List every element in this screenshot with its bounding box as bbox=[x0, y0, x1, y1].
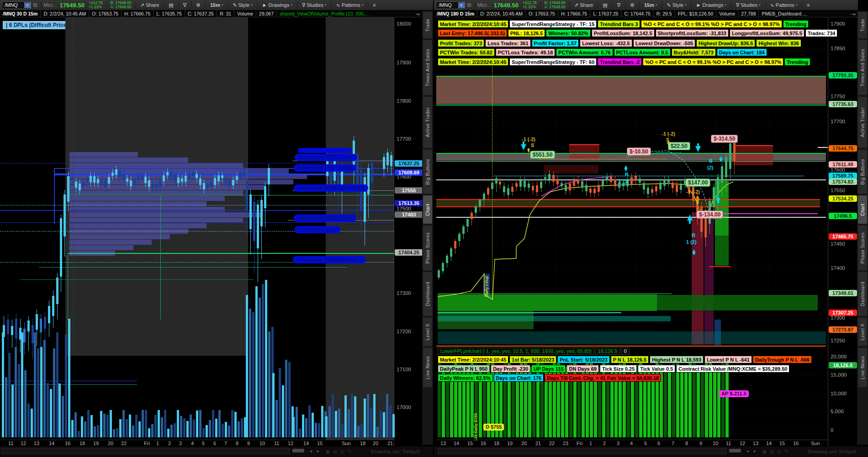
candle-body bbox=[159, 180, 161, 187]
drawing-set-label-right: Drawing set: Default bbox=[808, 449, 856, 454]
scrollbar-left[interactable] bbox=[1, 448, 290, 454]
vertical-line bbox=[73, 17, 74, 356]
scroll-left-arrow[interactable]: ◂ bbox=[310, 449, 312, 453]
sidebar-tab-phase-scores[interactable]: Phase Scores bbox=[858, 226, 867, 270]
scroll-right-arrow[interactable]: ▸ bbox=[317, 449, 319, 453]
candle-body bbox=[246, 181, 248, 211]
scroll-left-arrow-right[interactable]: ◂ bbox=[746, 449, 749, 453]
volume-profile-row bbox=[69, 245, 133, 250]
time-label: 19 bbox=[93, 441, 99, 446]
stat-chip: ProfitLossSum: 18,142.5 bbox=[592, 29, 655, 37]
volume-bar bbox=[5, 377, 7, 437]
sidebar-tab-level-ii[interactable]: Level II bbox=[858, 318, 867, 346]
volume-bar bbox=[186, 421, 189, 437]
pnl-bar bbox=[701, 366, 704, 437]
price-line bbox=[436, 161, 826, 162]
volume-bar bbox=[285, 360, 287, 437]
candle-body bbox=[610, 177, 612, 182]
sidebar-tab-live-news[interactable]: Live News bbox=[858, 348, 867, 387]
stat-chip: %O < PC and C < O = 99.1% %O > PC and C … bbox=[641, 20, 782, 28]
candle-body bbox=[556, 179, 559, 184]
candle-body bbox=[438, 270, 440, 278]
candle-body bbox=[680, 184, 682, 190]
sidebar-tab-dashboard[interactable]: Dashboard bbox=[423, 272, 432, 316]
vertical-marker-label: Daily LVup bbox=[484, 276, 489, 297]
sidebar-tab-active-trader[interactable]: Active Trader bbox=[858, 97, 867, 148]
candle-body bbox=[79, 184, 81, 190]
scroll-handle-left[interactable] bbox=[292, 449, 304, 452]
sidebar-tab-big-buttons[interactable]: Big Buttons bbox=[858, 150, 867, 194]
chart-zone bbox=[544, 165, 598, 173]
candle-body bbox=[260, 200, 263, 226]
volume-bar bbox=[110, 410, 112, 437]
candle-body bbox=[639, 179, 641, 183]
sidebar-tab-chart[interactable]: Chart bbox=[858, 195, 867, 224]
time-label: 21 bbox=[535, 441, 541, 446]
time-label: 22 bbox=[549, 441, 555, 446]
stat-chip: Days on Chart: 176 bbox=[494, 374, 544, 382]
price-bubble: 17644.75 bbox=[829, 145, 857, 152]
price-bubble: 17273.87 bbox=[829, 326, 857, 333]
volume-bar bbox=[312, 413, 314, 437]
price-line bbox=[438, 294, 672, 294]
down-arrow-icon bbox=[695, 146, 701, 152]
sidebar-tab-trade[interactable]: Trade bbox=[423, 12, 432, 38]
scrollbar-right[interactable] bbox=[438, 448, 726, 454]
volume-bar bbox=[315, 423, 317, 437]
candle-body bbox=[721, 166, 723, 183]
volume-bar bbox=[225, 422, 227, 437]
price-bubble: 17556 bbox=[395, 187, 423, 194]
price-bubble: 17611.49 bbox=[829, 161, 857, 168]
sidebar-tab-level-ii[interactable]: Level II bbox=[423, 318, 432, 346]
candle-body bbox=[577, 179, 579, 184]
up-arrow-icon bbox=[719, 156, 723, 160]
price-bubble: 17349.01 bbox=[829, 290, 857, 296]
time-label: 11 bbox=[8, 441, 13, 446]
sidebar-tab-active-trader[interactable]: Active Trader bbox=[423, 97, 432, 148]
price-bubble: 17793.35 bbox=[829, 72, 857, 79]
scroll-right-arrow-right[interactable]: ▸ bbox=[754, 449, 756, 453]
sidebar-tab-big-buttons[interactable]: Big Buttons bbox=[423, 150, 432, 194]
sidebar-tab-phase-scores[interactable]: Phase Scores bbox=[423, 226, 432, 270]
volume-bar bbox=[357, 426, 360, 437]
sidebar-tab-times-and-sales[interactable]: Times And Sales bbox=[858, 40, 867, 95]
sidebar-tab-chart[interactable]: Chart bbox=[423, 195, 432, 224]
candle-body bbox=[181, 179, 183, 182]
sidebar-tab-times-and-sales[interactable]: Times And Sales bbox=[423, 40, 432, 95]
candle-body bbox=[130, 180, 132, 186]
vertical-line bbox=[68, 253, 68, 320]
trade-annotation: S bbox=[531, 142, 534, 148]
time-label: 16 bbox=[793, 441, 799, 446]
sidebar-tab-dashboard[interactable]: Dashboard bbox=[858, 272, 867, 316]
time-label: 8 bbox=[236, 441, 238, 446]
time-label: 3 bbox=[179, 441, 182, 446]
chart-zone bbox=[569, 144, 599, 159]
stat-chip: Tick Value 0.5 bbox=[638, 365, 675, 373]
volume-bar bbox=[367, 394, 369, 437]
vertical-line bbox=[160, 195, 161, 320]
axis-tick-label: 17850 bbox=[831, 46, 845, 51]
scroll-handle-right[interactable] bbox=[729, 449, 741, 452]
drawing-set-label-left: Drawing set: Default bbox=[371, 449, 419, 454]
volume-bar bbox=[288, 362, 291, 437]
stat-chip: Market Time: 2/2/2024:10:45 bbox=[438, 20, 508, 28]
volume-bar bbox=[21, 332, 23, 437]
pan-zoom-icons-right[interactable]: ◉⊕⊖✎ bbox=[762, 448, 792, 455]
price-bubble: 17483 bbox=[395, 211, 423, 218]
volume-bar bbox=[386, 394, 388, 437]
time-label: 11 bbox=[274, 441, 279, 446]
candle-body bbox=[450, 248, 452, 257]
pan-zoom-icons-left[interactable]: ◉⊕⊖✎ bbox=[325, 448, 355, 455]
stat-chip: Contract Risk Value /MNQ:XCME = $35,289.… bbox=[676, 365, 789, 373]
volume-bar bbox=[338, 409, 340, 437]
pnl-callout: $-134.00 bbox=[696, 210, 723, 219]
volume-bar bbox=[262, 284, 264, 437]
vertical-marker-label: 115 Daily $755 bbox=[473, 413, 478, 441]
axis-tick-label: 17750 bbox=[831, 94, 845, 99]
candle-body bbox=[268, 168, 270, 184]
sidebar-tab-live-news[interactable]: Live News bbox=[423, 348, 432, 387]
candle-body bbox=[170, 172, 172, 178]
stat-chip: SuperTrendRangeStrategy - TF: 60 bbox=[509, 58, 597, 66]
candle-body bbox=[67, 176, 69, 202]
sidebar-tab-trade[interactable]: Trade bbox=[858, 12, 867, 38]
